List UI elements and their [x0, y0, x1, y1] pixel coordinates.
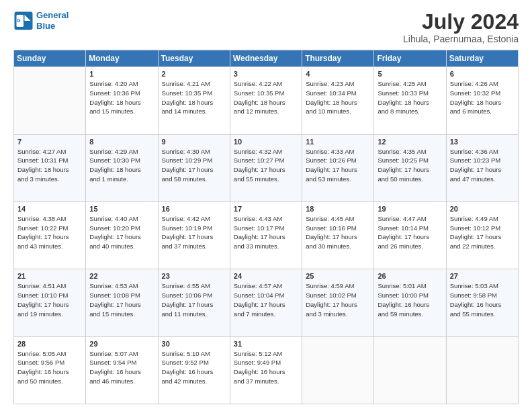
day-number: 28	[17, 340, 82, 348]
day-info: Sunrise: 5:12 AM Sunset: 9:49 PM Dayligh…	[234, 349, 298, 386]
day-number: 25	[306, 272, 370, 280]
page: G General Blue July 2024 Lihula, Paernum…	[0, 0, 532, 411]
day-info: Sunrise: 4:30 AM Sunset: 10:29 PM Daylig…	[162, 147, 226, 184]
calendar-cell: 2Sunrise: 4:21 AM Sunset: 10:35 PM Dayli…	[158, 67, 230, 134]
calendar-cell: 5Sunrise: 4:25 AM Sunset: 10:33 PM Dayli…	[374, 67, 446, 134]
week-row-1: 1Sunrise: 4:20 AM Sunset: 10:36 PM Dayli…	[14, 67, 519, 134]
day-number: 7	[17, 138, 82, 146]
day-number: 5	[378, 70, 442, 78]
day-number: 11	[306, 138, 370, 146]
week-row-4: 21Sunrise: 4:51 AM Sunset: 10:10 PM Dayl…	[14, 269, 519, 336]
day-number: 12	[378, 138, 442, 146]
day-info: Sunrise: 4:36 AM Sunset: 10:23 PM Daylig…	[450, 147, 515, 184]
logo-icon: G	[13, 11, 34, 31]
weekday-header-tuesday: Tuesday	[158, 50, 230, 67]
day-number: 3	[234, 70, 298, 78]
calendar-cell: 22Sunrise: 4:53 AM Sunset: 10:08 PM Dayl…	[86, 269, 158, 336]
day-number: 4	[306, 70, 370, 78]
calendar-table: SundayMondayTuesdayWednesdayThursdayFrid…	[13, 50, 519, 404]
calendar-cell: 10Sunrise: 4:32 AM Sunset: 10:27 PM Dayl…	[230, 134, 302, 201]
calendar-cell: 23Sunrise: 4:55 AM Sunset: 10:06 PM Dayl…	[158, 269, 230, 336]
calendar-cell: 25Sunrise: 4:59 AM Sunset: 10:02 PM Dayl…	[302, 269, 374, 336]
day-number: 29	[89, 340, 154, 348]
day-info: Sunrise: 4:38 AM Sunset: 10:22 PM Daylig…	[17, 214, 82, 251]
weekday-header-sunday: Sunday	[14, 50, 86, 67]
calendar-cell: 29Sunrise: 5:07 AM Sunset: 9:54 PM Dayli…	[86, 336, 158, 404]
day-info: Sunrise: 4:40 AM Sunset: 10:20 PM Daylig…	[89, 214, 154, 251]
day-number: 1	[89, 70, 154, 78]
calendar-cell	[446, 336, 518, 404]
day-info: Sunrise: 5:07 AM Sunset: 9:54 PM Dayligh…	[89, 349, 154, 386]
day-info: Sunrise: 5:03 AM Sunset: 9:58 PM Dayligh…	[450, 281, 515, 318]
day-number: 31	[234, 340, 298, 348]
day-number: 20	[450, 205, 515, 213]
calendar-cell: 31Sunrise: 5:12 AM Sunset: 9:49 PM Dayli…	[230, 336, 302, 404]
calendar-cell: 30Sunrise: 5:10 AM Sunset: 9:52 PM Dayli…	[158, 336, 230, 404]
day-number: 24	[234, 272, 298, 280]
day-number: 26	[378, 272, 442, 280]
header: G General Blue July 2024 Lihula, Paernum…	[13, 10, 519, 44]
day-info: Sunrise: 5:01 AM Sunset: 10:00 PM Daylig…	[378, 281, 442, 318]
day-info: Sunrise: 4:47 AM Sunset: 10:14 PM Daylig…	[378, 214, 442, 251]
title-block: July 2024 Lihula, Paernumaa, Estonia	[403, 10, 519, 44]
day-info: Sunrise: 4:29 AM Sunset: 10:30 PM Daylig…	[89, 147, 154, 184]
calendar-cell: 18Sunrise: 4:45 AM Sunset: 10:16 PM Dayl…	[302, 201, 374, 269]
calendar-cell: 26Sunrise: 5:01 AM Sunset: 10:00 PM Dayl…	[374, 269, 446, 336]
weekday-header-wednesday: Wednesday	[230, 50, 302, 67]
day-number: 19	[378, 205, 442, 213]
subtitle: Lihula, Paernumaa, Estonia	[403, 34, 519, 44]
day-info: Sunrise: 4:53 AM Sunset: 10:08 PM Daylig…	[89, 281, 154, 318]
calendar-cell: 14Sunrise: 4:38 AM Sunset: 10:22 PM Dayl…	[14, 201, 86, 269]
day-info: Sunrise: 4:51 AM Sunset: 10:10 PM Daylig…	[17, 281, 82, 318]
day-info: Sunrise: 4:35 AM Sunset: 10:25 PM Daylig…	[378, 147, 442, 184]
logo-text: General Blue	[36, 10, 69, 31]
day-info: Sunrise: 4:26 AM Sunset: 10:32 PM Daylig…	[450, 79, 515, 116]
day-info: Sunrise: 5:05 AM Sunset: 9:56 PM Dayligh…	[17, 349, 82, 386]
logo-line1: General	[36, 10, 69, 20]
weekday-header-saturday: Saturday	[446, 50, 518, 67]
main-title: July 2024	[403, 10, 519, 34]
calendar-cell	[374, 336, 446, 404]
calendar-cell: 24Sunrise: 4:57 AM Sunset: 10:04 PM Dayl…	[230, 269, 302, 336]
day-number: 10	[234, 138, 298, 146]
calendar-cell: 7Sunrise: 4:27 AM Sunset: 10:31 PM Dayli…	[14, 134, 86, 201]
weekday-header-monday: Monday	[86, 50, 158, 67]
day-number: 2	[162, 70, 226, 78]
calendar-cell: 6Sunrise: 4:26 AM Sunset: 10:32 PM Dayli…	[446, 67, 518, 134]
calendar-cell: 28Sunrise: 5:05 AM Sunset: 9:56 PM Dayli…	[14, 336, 86, 404]
logo-line2: Blue	[36, 21, 55, 31]
calendar-cell	[302, 336, 374, 404]
day-info: Sunrise: 4:45 AM Sunset: 10:16 PM Daylig…	[306, 214, 370, 251]
day-info: Sunrise: 4:33 AM Sunset: 10:26 PM Daylig…	[306, 147, 370, 184]
day-info: Sunrise: 4:57 AM Sunset: 10:04 PM Daylig…	[234, 281, 298, 318]
day-number: 9	[162, 138, 226, 146]
calendar-cell: 11Sunrise: 4:33 AM Sunset: 10:26 PM Dayl…	[302, 134, 374, 201]
calendar-cell: 15Sunrise: 4:40 AM Sunset: 10:20 PM Dayl…	[86, 201, 158, 269]
day-info: Sunrise: 5:10 AM Sunset: 9:52 PM Dayligh…	[162, 349, 226, 386]
day-info: Sunrise: 4:25 AM Sunset: 10:33 PM Daylig…	[378, 79, 442, 116]
logo: G General Blue	[13, 10, 69, 31]
calendar-cell: 8Sunrise: 4:29 AM Sunset: 10:30 PM Dayli…	[86, 134, 158, 201]
day-number: 15	[89, 205, 154, 213]
calendar-cell: 21Sunrise: 4:51 AM Sunset: 10:10 PM Dayl…	[14, 269, 86, 336]
calendar-cell: 13Sunrise: 4:36 AM Sunset: 10:23 PM Dayl…	[446, 134, 518, 201]
calendar-cell	[14, 67, 86, 134]
day-number: 13	[450, 138, 515, 146]
header-row: SundayMondayTuesdayWednesdayThursdayFrid…	[14, 50, 519, 67]
day-info: Sunrise: 4:23 AM Sunset: 10:34 PM Daylig…	[306, 79, 370, 116]
calendar-cell: 4Sunrise: 4:23 AM Sunset: 10:34 PM Dayli…	[302, 67, 374, 134]
calendar-cell: 27Sunrise: 5:03 AM Sunset: 9:58 PM Dayli…	[446, 269, 518, 336]
day-number: 23	[162, 272, 226, 280]
day-info: Sunrise: 4:42 AM Sunset: 10:19 PM Daylig…	[162, 214, 226, 251]
day-info: Sunrise: 4:22 AM Sunset: 10:35 PM Daylig…	[234, 79, 298, 116]
calendar-cell: 19Sunrise: 4:47 AM Sunset: 10:14 PM Dayl…	[374, 201, 446, 269]
day-number: 22	[89, 272, 154, 280]
calendar-cell: 1Sunrise: 4:20 AM Sunset: 10:36 PM Dayli…	[86, 67, 158, 134]
calendar-cell: 3Sunrise: 4:22 AM Sunset: 10:35 PM Dayli…	[230, 67, 302, 134]
weekday-header-friday: Friday	[374, 50, 446, 67]
day-info: Sunrise: 4:55 AM Sunset: 10:06 PM Daylig…	[162, 281, 226, 318]
day-info: Sunrise: 4:20 AM Sunset: 10:36 PM Daylig…	[89, 79, 154, 116]
weekday-header-thursday: Thursday	[302, 50, 374, 67]
day-info: Sunrise: 4:21 AM Sunset: 10:35 PM Daylig…	[162, 79, 226, 116]
calendar-cell: 20Sunrise: 4:49 AM Sunset: 10:12 PM Dayl…	[446, 201, 518, 269]
